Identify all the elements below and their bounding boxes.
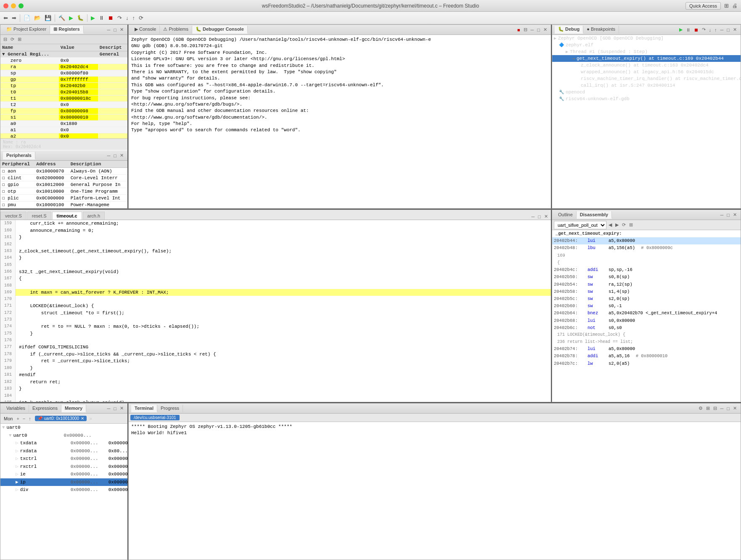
- step-into-button[interactable]: ↓: [124, 14, 130, 22]
- debug-item-zephyr[interactable]: 🔷 zephyr.elf: [552, 42, 741, 48]
- save-button[interactable]: 💾: [43, 14, 53, 22]
- memory-close[interactable]: ✕: [119, 405, 125, 411]
- peripherals-container[interactable]: Peripheral Address Description ☐ aon0x10…: [0, 161, 127, 208]
- memory-minimize[interactable]: ─: [106, 405, 112, 411]
- mem-row-div[interactable]: ▷ div 0x00000... 0x00000...: [0, 486, 127, 494]
- disasm-close[interactable]: ✕: [732, 212, 738, 218]
- memory-up[interactable]: ↑: [27, 416, 32, 422]
- console-clear-button[interactable]: ⊟: [522, 27, 529, 33]
- disasm-maximize[interactable]: □: [725, 212, 731, 218]
- mem-row-txctrl[interactable]: ▷ txctrl 0x00000... 0x00000...: [0, 455, 127, 463]
- periph-minimize-button[interactable]: ─: [106, 152, 112, 159]
- terminal-btn-3[interactable]: ⊟: [712, 405, 718, 411]
- code-content[interactable]: 159 curr_tick += announce_remaining; 160…: [0, 220, 551, 402]
- debug-button[interactable]: 🐛: [75, 14, 85, 22]
- reg-refresh[interactable]: ⟳: [9, 36, 16, 42]
- debug-stepout[interactable]: ↑: [713, 27, 718, 33]
- tab-problems[interactable]: ⚠ Problems: [160, 26, 192, 34]
- suspend-button[interactable]: ⏸: [97, 14, 106, 22]
- debug-minimize[interactable]: ─: [719, 27, 725, 33]
- memory-add[interactable]: +: [15, 416, 20, 422]
- debug-resume[interactable]: ▶: [678, 27, 684, 33]
- disasm-function-select[interactable]: uart_sifive_poll_out: [554, 221, 606, 229]
- reg-group-general[interactable]: ▼ General Regi... General: [0, 51, 127, 58]
- tab-breakpoints[interactable]: ● Breakpoints: [583, 26, 619, 34]
- debug-item-frame-3[interactable]: wrapped_announce() at legacy_api.h:56 0x…: [552, 69, 741, 75]
- tab-debugger-console[interactable]: 🐛 Debugger Console: [192, 26, 248, 34]
- periph-pmu[interactable]: ☐ pmu0x10000100Power-Manageme: [0, 202, 127, 208]
- tab-variables[interactable]: Variables: [3, 405, 29, 412]
- mem-row-ie[interactable]: ▷ ie 0x00000... 0x00000...: [0, 470, 127, 478]
- tab-memory[interactable]: Memory: [61, 405, 86, 412]
- code-minimize[interactable]: ─: [530, 213, 536, 220]
- run-button[interactable]: ▶: [67, 14, 75, 22]
- debug-item-frame-4[interactable]: riscv_machine_timer_irq_handler() at ris…: [552, 75, 741, 82]
- terminal-device-tab[interactable]: /dev/cu.usbserial-3101: [130, 415, 180, 420]
- resume-button[interactable]: ▶: [89, 14, 97, 22]
- debug-maximize[interactable]: □: [725, 27, 731, 33]
- step-out-button[interactable]: ↑: [131, 14, 137, 22]
- window-controls[interactable]: [3, 3, 24, 8]
- debug-close[interactable]: ✕: [732, 27, 738, 33]
- reg-sp[interactable]: sp 0x80000f80: [0, 70, 127, 77]
- tab-arch-h[interactable]: arch.h: [83, 212, 105, 220]
- reg-t0[interactable]: t0 0x204015b8: [0, 89, 127, 96]
- periph-clint[interactable]: ☐ clint0x02000000Core-Level Interr: [0, 175, 127, 181]
- tab-timeout-c[interactable]: timeout.c: [52, 212, 82, 220]
- reg-a2[interactable]: a2 0x0: [0, 133, 127, 139]
- stop-button[interactable]: ⏹: [106, 14, 115, 22]
- tab-disassembly[interactable]: Disassembly: [577, 211, 612, 219]
- registers-maximize-button[interactable]: □: [112, 27, 118, 33]
- reg-tp[interactable]: tp 0x20402b0: [0, 83, 127, 89]
- memory-remove[interactable]: −: [21, 416, 26, 422]
- step-over-button[interactable]: ↷: [116, 14, 124, 22]
- terminal-maximize[interactable]: □: [725, 405, 731, 411]
- close-button[interactable]: [3, 3, 8, 8]
- tab-outline[interactable]: Outline: [555, 211, 577, 219]
- tab-terminal[interactable]: Terminal: [131, 405, 157, 412]
- forward-button[interactable]: ➡: [10, 14, 18, 22]
- periph-plic[interactable]: ☐ plic0x0C000000Platform-Level Int: [0, 195, 127, 202]
- mem-row-rxctrl[interactable]: ▷ rxctrl 0x00000... 0x00000...: [0, 463, 127, 471]
- debug-item-thread1[interactable]: ▶ Thread #1 (Suspended : Step): [552, 48, 741, 55]
- tab-console[interactable]: ▶ Console: [131, 26, 160, 34]
- registers-container[interactable]: Name Value Descript ▼ General Regi... Ge…: [0, 44, 127, 138]
- terminal-btn-2[interactable]: ⊞: [705, 405, 711, 411]
- disasm-sync[interactable]: ⟳: [621, 222, 627, 228]
- registers-minimize-button[interactable]: ─: [106, 27, 112, 33]
- disasm-minimize[interactable]: ─: [719, 212, 725, 218]
- tab-project-explorer[interactable]: 📁 Project Explorer: [3, 26, 50, 34]
- memory-maximize[interactable]: □: [112, 405, 118, 411]
- reg-gp[interactable]: gp 0x7fffffff: [0, 77, 127, 83]
- reg-a0[interactable]: a0 0x1880: [0, 121, 127, 127]
- console-minimize-button[interactable]: ─: [529, 27, 535, 33]
- tab-expressions[interactable]: Expressions: [29, 405, 61, 412]
- registers-close-button[interactable]: ✕: [119, 27, 125, 33]
- mem-row-rxdata[interactable]: ▷ rxdata 0x00000... 0x80...: [0, 447, 127, 455]
- new-button[interactable]: 📄: [22, 14, 32, 22]
- reg-fp[interactable]: fp 0x80000098: [0, 108, 127, 114]
- titlebar-icon-2[interactable]: 🖨: [732, 3, 738, 9]
- reg-t1[interactable]: t1 0x80000018c: [0, 96, 127, 102]
- reg-ra[interactable]: ra 0x20402dc4: [0, 64, 127, 70]
- periph-close-button[interactable]: ✕: [119, 152, 125, 159]
- console-maximize-button[interactable]: □: [536, 27, 541, 33]
- disasm-content[interactable]: _get_next_timeout_expiry: 20402b44: lui …: [552, 230, 741, 402]
- periph-otp[interactable]: ☐ otp0x10010000One-Time Programm: [0, 188, 127, 195]
- reg-t2[interactable]: t2 0x0: [0, 102, 127, 108]
- debug-item-frame-current[interactable]: → get_next_timeout_expiry() at timeout.c…: [552, 55, 741, 62]
- console-stop-button[interactable]: ■: [516, 27, 521, 33]
- debug-stop[interactable]: ⏹: [693, 27, 700, 33]
- quick-access-button[interactable]: Quick Access: [685, 2, 721, 10]
- debug-stepover[interactable]: ↷: [701, 27, 707, 33]
- disasm-layout[interactable]: ⊞: [628, 222, 634, 228]
- tab-reset-s[interactable]: reset.S: [27, 212, 51, 220]
- tab-peripherals[interactable]: Peripherals: [3, 152, 35, 159]
- back-button[interactable]: ⬅: [2, 14, 10, 22]
- debug-item-frame-2[interactable]: z_clock_announce() at timeout.c:163 0x20…: [552, 62, 741, 69]
- debug-stepin[interactable]: ↓: [708, 27, 713, 33]
- debug-suspend[interactable]: ⏸: [685, 27, 692, 33]
- titlebar-icon-1[interactable]: ⊞: [724, 3, 729, 9]
- maximize-button[interactable]: [19, 3, 24, 8]
- build-button[interactable]: 🔨: [57, 14, 67, 22]
